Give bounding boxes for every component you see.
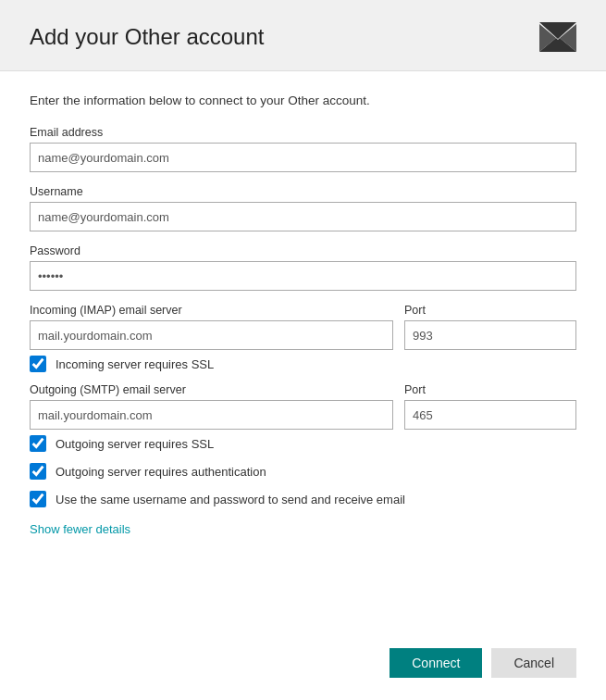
- email-address-input[interactable]: [30, 143, 576, 172]
- outgoing-server-row: Outgoing (SMTP) email server Port: [30, 383, 576, 430]
- outgoing-auth-checkbox[interactable]: [30, 463, 46, 480]
- incoming-port-input[interactable]: [404, 320, 576, 350]
- password-input[interactable]: [30, 261, 576, 291]
- dialog: Add your Other account Enter the informa…: [0, 0, 606, 700]
- dialog-footer: Connect Cancel: [0, 633, 606, 700]
- email-address-field-group: Email address: [30, 126, 576, 172]
- outgoing-server-field-group: Outgoing (SMTP) email server: [30, 383, 393, 430]
- incoming-server-input[interactable]: [30, 320, 393, 350]
- incoming-server-label: Incoming (IMAP) email server: [30, 304, 393, 317]
- username-input[interactable]: [30, 202, 576, 231]
- description-text: Enter the information below to connect t…: [30, 94, 576, 107]
- show-fewer-details-link[interactable]: Show fewer details: [30, 522, 576, 536]
- outgoing-ssl-row: Outgoing server requires SSL: [30, 435, 576, 452]
- outgoing-port-label: Port: [404, 383, 576, 396]
- password-label: Password: [30, 244, 576, 257]
- username-label: Username: [30, 185, 576, 198]
- connect-button[interactable]: Connect: [390, 648, 482, 678]
- dialog-header: Add your Other account: [0, 0, 606, 71]
- incoming-ssl-checkbox[interactable]: [30, 356, 46, 372]
- incoming-port-label: Port: [404, 304, 576, 317]
- outgoing-ssl-checkbox[interactable]: [30, 435, 46, 452]
- outgoing-port-group: Port: [404, 383, 576, 430]
- dialog-content: Enter the information below to connect t…: [0, 71, 606, 633]
- incoming-server-field-group: Incoming (IMAP) email server: [30, 304, 393, 350]
- incoming-ssl-label: Incoming server requires SSL: [56, 357, 214, 371]
- outgoing-server-input[interactable]: [30, 400, 393, 430]
- outgoing-port-input[interactable]: [404, 400, 576, 430]
- same-credentials-label: Use the same username and password to se…: [56, 493, 405, 506]
- outgoing-ssl-label: Outgoing server requires SSL: [56, 437, 214, 451]
- mail-icon: [539, 22, 576, 52]
- password-field-group: Password: [30, 244, 576, 291]
- outgoing-auth-row: Outgoing server requires authentication: [30, 463, 576, 480]
- same-credentials-checkbox[interactable]: [30, 491, 46, 507]
- incoming-port-group: Port: [404, 304, 576, 350]
- cancel-button[interactable]: Cancel: [491, 648, 576, 678]
- email-address-label: Email address: [30, 126, 576, 139]
- outgoing-server-label: Outgoing (SMTP) email server: [30, 383, 393, 396]
- dialog-title: Add your Other account: [30, 24, 264, 50]
- username-field-group: Username: [30, 185, 576, 231]
- incoming-server-row: Incoming (IMAP) email server Port: [30, 304, 576, 350]
- incoming-ssl-row: Incoming server requires SSL: [30, 356, 576, 372]
- same-credentials-row: Use the same username and password to se…: [30, 491, 576, 507]
- outgoing-auth-label: Outgoing server requires authentication: [56, 465, 266, 479]
